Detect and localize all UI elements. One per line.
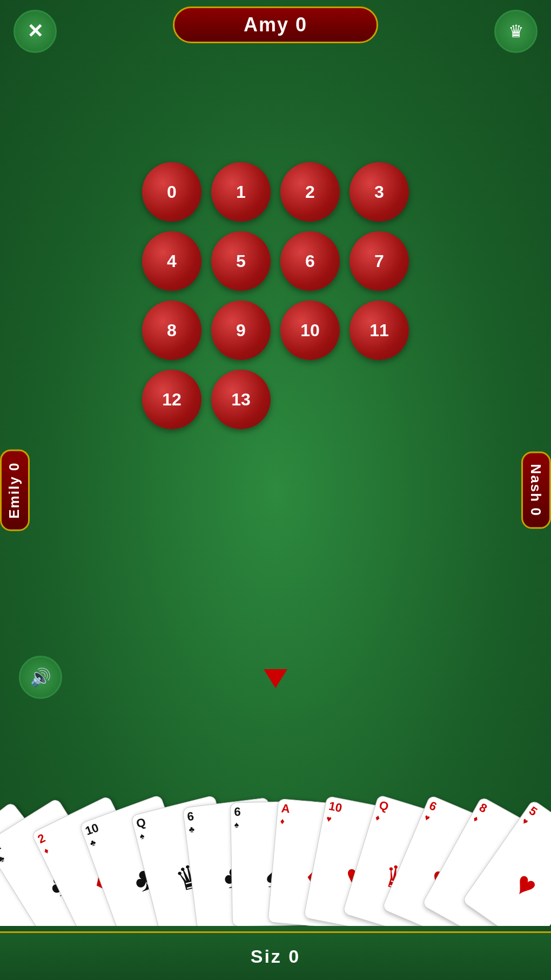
crown-button[interactable]: ♛	[494, 10, 537, 53]
crown-icon: ♛	[508, 21, 524, 42]
circles-row-1: 4 5 6 7	[142, 231, 409, 291]
left-player-panel: Emily 0	[0, 449, 30, 531]
circles-container: 0 1 2 3 4 5 6 7 8 9 10 11 12 13	[142, 162, 409, 429]
circles-row-0: 0 1 2 3	[142, 162, 409, 222]
circle-12[interactable]: 12	[142, 370, 201, 429]
close-button[interactable]: ✕	[14, 10, 57, 53]
bottom-player-name-score: Siz 0	[251, 946, 300, 967]
circle-7[interactable]: 7	[350, 231, 409, 291]
circle-5[interactable]: 5	[211, 231, 271, 291]
left-player-label: Emily 0	[6, 462, 23, 518]
top-player-name-score: Amy 0	[244, 14, 307, 36]
cards-area: 6♦ ♦ A♣ ♣ 2♦ ♦ 10♣ ♣ Q♠ ♛ 6♣ ♣ 6♠	[0, 548, 551, 926]
game-table: Amy 0 ✕ ♛ Emily 0 Nash 0 0 1 2 3 4 5 6 7…	[0, 0, 551, 980]
circle-9[interactable]: 9	[211, 301, 271, 360]
circle-13[interactable]: 13	[211, 370, 271, 429]
circle-4[interactable]: 4	[142, 231, 201, 291]
close-icon: ✕	[27, 20, 43, 43]
top-player-banner: Amy 0	[173, 6, 378, 43]
circle-8[interactable]: 8	[142, 301, 201, 360]
circle-10[interactable]: 10	[280, 301, 340, 360]
circles-row-2: 8 9 10 11	[142, 301, 409, 360]
circle-0[interactable]: 0	[142, 162, 201, 222]
bottom-player-bar: Siz 0	[0, 931, 551, 980]
circle-2[interactable]: 2	[280, 162, 340, 222]
circle-1[interactable]: 1	[211, 162, 271, 222]
right-player-panel: Nash 0	[521, 451, 551, 529]
circle-3[interactable]: 3	[350, 162, 409, 222]
right-player-label: Nash 0	[527, 464, 544, 516]
circle-11[interactable]: 11	[350, 301, 409, 360]
circle-6[interactable]: 6	[280, 231, 340, 291]
circles-row-3: 12 13	[142, 370, 271, 429]
